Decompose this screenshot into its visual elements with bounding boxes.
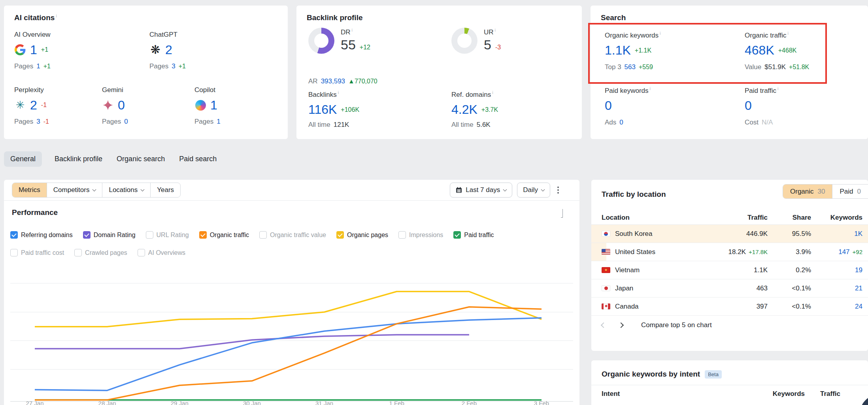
organic-traffic-value[interactable]: 468K: [745, 43, 774, 58]
metric-checkbox-organic-traffic[interactable]: Organic traffic: [199, 231, 249, 239]
metric-ai-overview: AI Overview 1 +1 Pages1+1: [14, 31, 133, 70]
checked-checkbox-icon[interactable]: [10, 231, 18, 239]
country-name: United States: [615, 248, 655, 256]
location-row-vn[interactable]: Vietnam1.1K0.2%19: [591, 261, 868, 279]
google-icon: [14, 43, 26, 56]
metric-checkbox-impressions[interactable]: Impressions: [398, 231, 443, 239]
metric-checkbox-organic-pages[interactable]: Organic pages: [336, 231, 388, 239]
traffic-value: 446.9K: [746, 230, 768, 237]
segment-competitors[interactable]: Competitors: [47, 183, 103, 197]
metric-label: Perplexity: [14, 86, 97, 94]
metric-checkbox-paid-traffic[interactable]: Paid traffic: [453, 231, 494, 239]
location-row-us[interactable]: United States18.2K+17.8K3.9%147+92: [591, 243, 868, 261]
metric-value[interactable]: 1: [30, 43, 37, 57]
pages-count[interactable]: 1: [217, 118, 220, 126]
keywords-count-link[interactable]: 24: [855, 303, 862, 310]
ur-donut: [451, 28, 477, 54]
metric-organic-traffic: Organic traffici 468K +468K Value$51.9K+…: [745, 31, 863, 71]
chevron-up-icon: [561, 209, 563, 218]
dr-donut: [308, 28, 334, 54]
metric-value[interactable]: 1: [210, 98, 217, 113]
metric-value[interactable]: 0: [118, 98, 125, 113]
unchecked-checkbox-icon[interactable]: [259, 231, 267, 239]
cost-value: N/A: [762, 119, 773, 126]
more-options-button[interactable]: [555, 184, 561, 196]
segment-locations[interactable]: Locations: [102, 183, 151, 197]
flag-ca-icon: [602, 303, 610, 309]
keywords-count-link[interactable]: 21: [855, 284, 862, 292]
chevron-down-icon: [92, 188, 96, 192]
backlink-profile-card: Backlink profile DRi 55 +12 AR 393,593 ▲…: [296, 6, 582, 139]
pages-count[interactable]: 3: [36, 118, 40, 126]
series-referring-domains: [35, 318, 542, 391]
metric-value[interactable]: 2: [30, 98, 37, 113]
toggle-paid[interactable]: Paid0: [832, 185, 868, 198]
checked-checkbox-icon[interactable]: [336, 231, 344, 239]
tab-organic-search[interactable]: Organic search: [115, 151, 166, 167]
traffic-value: 463: [757, 284, 768, 292]
checked-checkbox-icon[interactable]: [453, 231, 461, 239]
location-table: Location Traffic Share Keywords South Ko…: [591, 211, 868, 316]
ahrefs-overview-page: AI citationsi AI Overview 1 +1 Pages1+1 …: [0, 0, 868, 405]
filter-segments: Metrics Competitors Locations Years: [12, 183, 181, 198]
unchecked-checkbox-icon[interactable]: [146, 231, 153, 239]
segment-years[interactable]: Years: [151, 183, 180, 197]
pages-count[interactable]: 1: [36, 62, 40, 70]
keywords-count-link[interactable]: 1K: [854, 230, 862, 237]
location-row-kr[interactable]: South Korea446.9K95.5%1K: [591, 225, 868, 243]
metric-delta: +1: [41, 46, 48, 53]
metric-checkbox-organic-traffic-value[interactable]: Organic traffic value: [259, 231, 326, 239]
tab-backlink-profile[interactable]: Backlink profile: [53, 151, 104, 167]
country-name: South Korea: [615, 230, 653, 238]
metric-checkbox-referring-domains[interactable]: Referring domains: [10, 231, 73, 239]
flag-jp-icon: [602, 285, 610, 291]
top3-count[interactable]: 563: [625, 63, 636, 71]
metric-label: AI Overview: [14, 31, 133, 39]
tab-general[interactable]: General: [4, 151, 42, 167]
share-value: 3.9%: [768, 248, 811, 256]
metric-value[interactable]: 2: [165, 43, 172, 57]
collapse-section-button[interactable]: [561, 210, 563, 217]
share-value: 0.2%: [768, 266, 811, 274]
backlinks-value[interactable]: 116K: [308, 102, 337, 117]
date-range-button[interactable]: Last 7 days: [450, 183, 512, 198]
next-page-icon[interactable]: [618, 322, 624, 328]
checked-checkbox-icon[interactable]: [199, 231, 207, 239]
ur-value: 5: [484, 37, 491, 53]
country-name: Japan: [615, 284, 633, 292]
keywords-by-intent-title: Organic keywords by intent: [602, 370, 700, 379]
segment-metrics[interactable]: Metrics: [12, 183, 47, 197]
ads-count[interactable]: 0: [619, 119, 623, 126]
compare-top5-link[interactable]: Compare top 5 on chart: [641, 321, 712, 329]
keywords-count-link[interactable]: 19: [855, 266, 862, 274]
traffic-value: 1.1K: [754, 266, 768, 274]
location-row-ca[interactable]: Canada397<0.1%24: [591, 298, 868, 316]
metric-checkbox-url-rating[interactable]: URL Rating: [146, 231, 189, 239]
info-icon[interactable]: i: [56, 13, 57, 18]
paid-traffic-value[interactable]: 0: [745, 98, 752, 113]
tab-paid-search[interactable]: Paid search: [177, 151, 218, 167]
keywords-count-link[interactable]: 147: [838, 248, 849, 256]
ur-delta: -3: [495, 44, 501, 51]
prev-page-icon[interactable]: [601, 322, 606, 328]
metric-checkbox-domain-rating[interactable]: Domain Rating: [83, 231, 136, 239]
metric-checkbox-label: Organic traffic value: [270, 232, 326, 239]
pages-label: Pages: [149, 62, 168, 70]
toggle-organic[interactable]: Organic30: [783, 185, 832, 198]
ar-delta: ▲770,070: [348, 78, 377, 85]
paid-keywords-value[interactable]: 0: [605, 98, 612, 113]
checked-checkbox-icon[interactable]: [83, 231, 91, 239]
ar-row: AR 393,593 ▲770,070: [308, 77, 377, 85]
granularity-button[interactable]: Daily: [517, 183, 550, 198]
ar-value[interactable]: 393,593: [321, 77, 345, 85]
pages-count[interactable]: 0: [124, 118, 128, 126]
location-row-jp[interactable]: Japan463<0.1%21: [591, 279, 868, 298]
metric-label: Copilot: [194, 86, 277, 94]
ref-domains-value[interactable]: 4.2K: [451, 102, 477, 117]
unchecked-checkbox-icon[interactable]: [398, 231, 406, 239]
performance-line-chart[interactable]: [4, 255, 579, 405]
pages-count[interactable]: 3: [172, 62, 175, 70]
organic-keywords-value[interactable]: 1.1K: [605, 43, 631, 58]
location-pager: Compare top 5 on chart: [602, 321, 712, 329]
dr-delta: +12: [360, 44, 370, 51]
